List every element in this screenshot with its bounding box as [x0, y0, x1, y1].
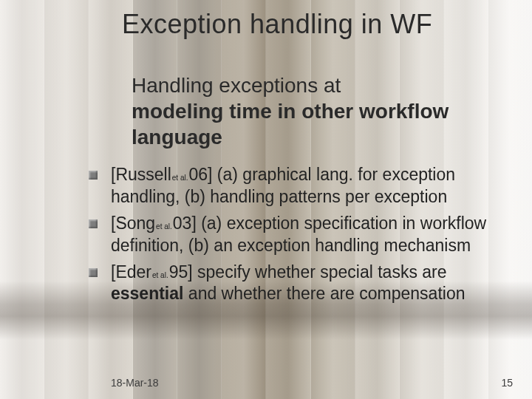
bullet-text: [Russellet al.06] (a) graphical lang. fo…	[111, 164, 510, 208]
bullet-body: (a) exception specification in workflow …	[111, 214, 486, 255]
bullet-etal: et al.	[156, 222, 172, 231]
bullet-marker-icon	[89, 171, 98, 180]
bullet-list: [Russellet al.06] (a) graphical lang. fo…	[89, 164, 510, 310]
slide-subtitle: Handling exceptions at modeling time in …	[132, 72, 510, 150]
bullet-etal: et al.	[152, 271, 168, 279]
slide-title: Exception handling in WF	[122, 9, 517, 40]
footer-date: 18-Mar-18	[111, 377, 159, 389]
slide: Exception handling in WF Handling except…	[0, 0, 532, 399]
bullet-year: 03]	[173, 214, 197, 233]
bullet-author: Eder	[115, 262, 151, 282]
bullet-body-bold: essential	[111, 284, 183, 303]
bullet-author: Russell	[115, 165, 171, 184]
bullet-item: [Russellet al.06] (a) graphical lang. fo…	[89, 164, 510, 208]
bullet-etal: et al.	[172, 174, 188, 182]
bullet-item: [Songet al.03] (a) exception specificati…	[89, 213, 510, 257]
bullet-year: 06]	[189, 165, 213, 184]
bullet-text: [Ederet al.95] specify whether special t…	[111, 262, 510, 306]
subtitle-line1: Handling exceptions at	[132, 74, 341, 97]
footer-page-number: 15	[501, 377, 513, 389]
bullet-body-post: and whether there are compensation	[183, 284, 465, 303]
subtitle-line2: modeling time in other workflow language	[132, 100, 449, 149]
bullet-year: 95]	[169, 262, 193, 282]
bullet-marker-icon	[89, 268, 98, 277]
bullet-author: Song	[115, 214, 155, 233]
bullet-text: [Songet al.03] (a) exception specificati…	[111, 213, 510, 257]
bullet-marker-icon	[89, 219, 98, 228]
bullet-item: [Ederet al.95] specify whether special t…	[89, 262, 510, 306]
bullet-body-pre: specify whether special tasks are	[193, 262, 447, 282]
